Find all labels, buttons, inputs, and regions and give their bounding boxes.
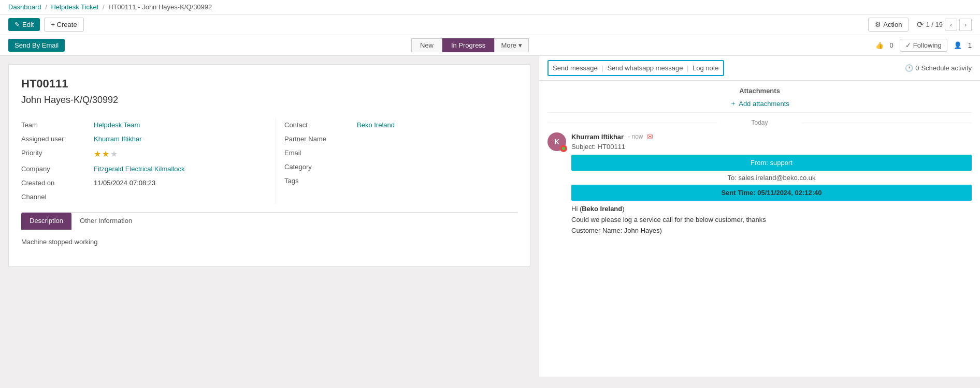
chatter-action-border: Send message | Send whatsapp message | L… [547, 60, 724, 76]
online-dot [562, 147, 565, 150]
email-sent-banner: Sent Time: 05/11/2024, 02:12:40 [571, 185, 972, 201]
team-label: Team [21, 121, 94, 129]
checkmark-icon: ✓ [905, 41, 911, 49]
tab-other-info[interactable]: Other Information [71, 213, 140, 230]
company-value[interactable]: Fitzgerald Electrical Kilmallock [94, 165, 263, 173]
contact-value[interactable]: Beko Ireland [357, 121, 517, 129]
action-label: Action [883, 21, 902, 28]
star-1[interactable]: ★ [94, 149, 101, 159]
gear-icon: ⚙ [875, 21, 881, 28]
assigned-user-label: Assigned user [21, 135, 94, 143]
breadcrumb-dashboard[interactable]: Dashboard [8, 3, 41, 11]
email-label: Email [284, 149, 357, 157]
section-divider [547, 112, 972, 113]
chatter-icons: 👍 0 [875, 41, 893, 49]
priority-stars[interactable]: ★ ★ ★ [94, 149, 263, 159]
subject-label: Subject: [571, 143, 596, 151]
body-bold-name: Beko Ireland [582, 205, 622, 213]
field-channel: Channel [21, 190, 263, 204]
tab-description-content: Machine stopped working [21, 230, 517, 254]
star-2[interactable]: ★ [102, 149, 109, 159]
team-value[interactable]: Helpdesk Team [94, 121, 263, 129]
message-author: Khurram Iftikhar [571, 133, 624, 141]
status-step-new[interactable]: New [411, 38, 442, 52]
body-hi: Hi ( [571, 205, 582, 213]
avatar: K [547, 132, 566, 151]
field-email: Email [284, 146, 517, 160]
body-line2: Could we please log a service call for t… [571, 216, 972, 223]
field-created-on: Created on 11/05/2024 07:08:23 [21, 176, 263, 190]
followers-count: 1 [968, 41, 972, 49]
partner-name-label: Partner Name [284, 135, 357, 143]
schedule-activity[interactable]: 🕐 0 Schedule activity [905, 64, 972, 72]
action-button[interactable]: ⚙ Action [868, 18, 909, 32]
send-whatsapp-button[interactable]: Send whatsapp message [607, 62, 683, 74]
field-assigned-user: Assigned user Khurram Iftikhar [21, 132, 263, 146]
email-icon: ✉ [647, 132, 653, 141]
subject-value: HT00111 [598, 143, 625, 151]
nav-next-button[interactable]: › [959, 19, 972, 31]
breadcrumb-helpdesk[interactable]: Helpdesk Ticket [51, 3, 98, 11]
breadcrumb-sep-2: / [103, 3, 105, 11]
tags-label: Tags [284, 177, 357, 185]
field-company: Company Fitzgerald Electrical Kilmallock [21, 162, 263, 176]
add-attachments-label: Add attachments [739, 100, 789, 108]
tab-description[interactable]: Description [21, 213, 71, 230]
message-item: K Khurram Iftikhar - now ✉ Subject: HT00… [547, 132, 972, 237]
following-button[interactable]: ✓ Following [900, 39, 947, 52]
form-right-col: Contact Beko Ireland Partner Name Email … [276, 118, 517, 204]
message-header: Khurram Iftikhar - now ✉ [571, 132, 972, 141]
edit-button[interactable]: ✎ Edit [8, 18, 40, 31]
clock-icon: 🕐 [905, 64, 913, 72]
body-line3: Customer Name: John Hayes) [571, 227, 972, 234]
status-bar: Send By Email New In Progress More ▾ 👍 0… [0, 35, 980, 56]
company-label: Company [21, 165, 94, 173]
category-label: Category [284, 163, 357, 171]
form-panel: HT00111 John Hayes-K/Q/30992 Team Helpde… [0, 56, 539, 377]
toolbar: ✎ Edit + Create ⚙ Action ⟳ 1 / 19 ‹ › [0, 14, 980, 35]
created-on-value: 11/05/2024 07:08:23 [94, 179, 263, 187]
tabs: Description Other Information [21, 212, 517, 230]
chevron-down-icon: ▾ [518, 41, 522, 49]
edit-icon: ✎ [15, 21, 20, 28]
chatter-sep-1: | [601, 64, 603, 72]
main-layout: HT00111 John Hayes-K/Q/30992 Team Helpde… [0, 56, 980, 377]
body-greeting: Hi (Beko Ireland) [571, 205, 972, 213]
nav-prev-button[interactable]: ‹ [945, 19, 957, 31]
nav-controls: ⟳ 1 / 19 ‹ › [917, 19, 972, 31]
avatar-initial: K [554, 138, 559, 146]
log-note-button[interactable]: Log note [693, 62, 719, 74]
send-by-email-button[interactable]: Send By Email [8, 39, 65, 52]
channel-label: Channel [21, 193, 94, 201]
add-attachments-button[interactable]: ＋ Add attachments [547, 99, 972, 108]
field-contact: Contact Beko Ireland [284, 118, 517, 132]
plus-icon: ＋ [730, 99, 737, 108]
message-time: - now [628, 133, 643, 140]
thumbs-up-icon: 👍 [875, 41, 884, 49]
status-pipeline: New In Progress More ▾ [411, 38, 529, 52]
attachments-title: Attachments [547, 87, 972, 95]
status-step-inprogress[interactable]: In Progress [442, 38, 494, 52]
chatter-actions: Send message | Send whatsapp message | L… [539, 56, 980, 81]
chatter-panel: Send message | Send whatsapp message | L… [539, 56, 980, 377]
create-button[interactable]: + Create [44, 18, 83, 32]
edit-label: Edit [22, 21, 34, 28]
star-3[interactable]: ★ [110, 149, 118, 159]
schedule-activity-count: 0 [915, 64, 919, 72]
created-on-label: Created on [21, 179, 94, 187]
send-message-button[interactable]: Send message [553, 62, 598, 74]
chatter-sep-2: | [687, 64, 688, 72]
email-from-banner: From: support [571, 155, 972, 171]
message-subject: Subject: HT00111 [571, 143, 972, 151]
field-tags: Tags [284, 174, 517, 188]
field-category: Category [284, 160, 517, 174]
breadcrumb-sep-1: / [45, 3, 47, 11]
status-step-more[interactable]: More ▾ [494, 38, 529, 52]
message-content: Khurram Iftikhar - now ✉ Subject: HT0011… [571, 132, 972, 237]
email-body: Hi (Beko Ireland) Could we please log a … [571, 205, 972, 234]
refresh-button[interactable]: ⟳ [917, 20, 924, 29]
email-to: To: sales.ireland@beko.co.uk [571, 174, 972, 182]
field-priority: Priority ★ ★ ★ [21, 146, 263, 162]
assigned-user-value[interactable]: Khurram Iftikhar [94, 135, 263, 143]
chatter-body: Attachments ＋ Add attachments Today K [539, 81, 980, 377]
